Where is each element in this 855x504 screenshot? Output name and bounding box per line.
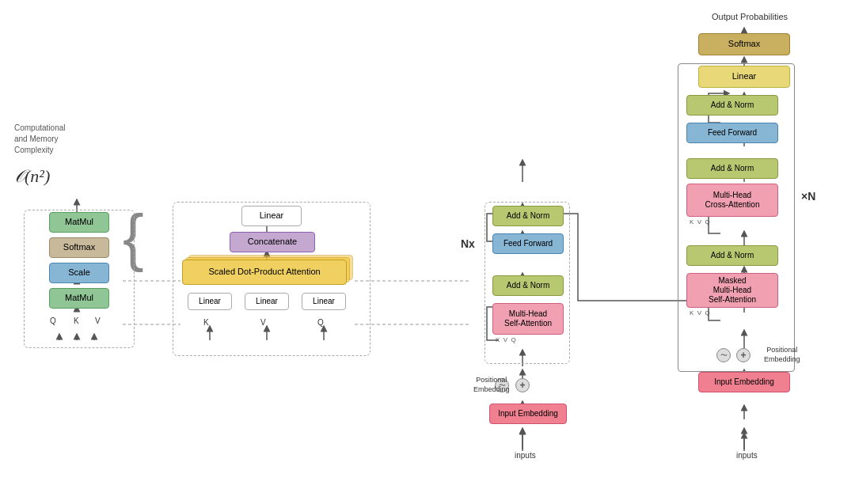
concatenate-block: Concatenate — [230, 232, 315, 252]
dec-add-norm3-block: Add & Norm — [686, 95, 778, 116]
matmul-top-block: MatMul — [49, 212, 109, 233]
matmul-bot-block: MatMul — [49, 288, 109, 309]
scale-block: Scale — [49, 263, 109, 283]
enc-add-norm1-block: Add & Norm — [492, 275, 564, 296]
complexity-label: Computational and Memory Complexity — [14, 123, 65, 156]
enc-kvq-labels: K V Q — [496, 336, 516, 343]
enc-plus-circle: + — [515, 378, 530, 392]
decoder-nx-label: ×N — [801, 190, 815, 203]
dec-ff-block: Feed Forward — [686, 123, 778, 143]
dec-add-norm2-block: Add & Norm — [686, 158, 778, 179]
dec-inputs-arrow — [736, 427, 752, 451]
dec-ca-kvq-labels: K V Q — [690, 218, 710, 225]
linear-q-block: Linear — [302, 293, 346, 310]
softmax-block: Softmax — [49, 237, 109, 258]
enc-inputs-arrow — [515, 427, 530, 451]
v-label: V — [95, 316, 101, 325]
mh-k-label: K — [203, 318, 209, 327]
dec-add-norm1-block: Add & Norm — [686, 245, 778, 266]
enc-add-norm2-block: Add & Norm — [492, 206, 564, 226]
mh-v-label: V — [260, 318, 266, 327]
q-label: Q — [50, 316, 56, 325]
dec-inputs-label: inputs — [736, 451, 758, 460]
k-label: K — [74, 316, 79, 325]
dec-input-emb-block: Input Embedding — [698, 372, 790, 392]
dec-ma-kvq-labels: K V Q — [690, 309, 710, 316]
output-prob-label: Output Probabilities — [698, 12, 801, 21]
linear-top-block: Linear — [241, 206, 302, 226]
dec-mhca-block: Multi-HeadCross-Attention — [686, 184, 778, 217]
linear-k-block: Linear — [188, 293, 232, 310]
enc-input-emb-block: Input Embedding — [489, 404, 567, 424]
scaled-attention-block: Scaled Dot-Product Attention — [182, 260, 347, 285]
softmax-out-block: Softmax — [698, 33, 790, 55]
mh-q-label: Q — [317, 318, 324, 327]
dec-plus-circle: + — [736, 348, 750, 362]
complexity-formula: 𝒪(n²) — [14, 166, 50, 187]
enc-mhsa-block: Multi-HeadSelf-Attention — [492, 303, 564, 335]
linear-v-block: Linear — [245, 293, 289, 310]
diagram-container: Computational and Memory Complexity 𝒪(n²… — [0, 0, 855, 504]
dec-mmhsa-block: MaskedMulti-HeadSelf-Attention — [686, 273, 778, 308]
dec-pos-wave-circle: 〜 — [716, 348, 731, 362]
enc-ff-block: Feed Forward — [492, 233, 564, 254]
encoder-nx-label: Nx — [461, 237, 475, 250]
dec-pos-emb-label: PositionalEmbedding — [764, 346, 800, 364]
linear-out-block: Linear — [698, 66, 790, 88]
enc-pos-emb-label: PositionalEmbedding — [473, 376, 510, 394]
enc-inputs-label: inputs — [515, 451, 536, 460]
